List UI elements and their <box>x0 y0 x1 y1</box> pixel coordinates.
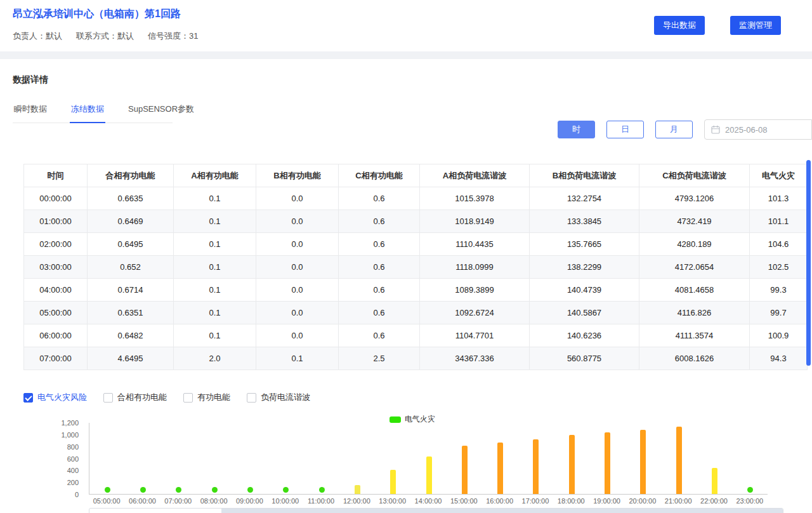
period-button-0[interactable]: 时 <box>558 121 595 138</box>
table-cell: 4280.189 <box>639 233 750 256</box>
data-point <box>212 487 218 493</box>
x-tick-label: 16:00:00 <box>486 497 513 505</box>
table-cell: 0.6 <box>339 324 420 347</box>
table-cell: 0.1 <box>174 256 256 279</box>
x-tick-label: 10:00:00 <box>272 497 299 505</box>
column-header: C相负荷电流谐波 <box>639 164 750 187</box>
table-row: 01:00:000.64690.10.00.61018.9149133.3845… <box>24 210 808 233</box>
table-row: 00:00:000.66350.10.00.61015.3978132.2754… <box>24 187 808 210</box>
data-point <box>105 487 110 493</box>
period-button-1[interactable]: 日 <box>606 121 644 138</box>
data-zoom-window[interactable] <box>221 509 783 513</box>
time-range-controls: 时日月 2025-06-08 <box>558 119 812 140</box>
table-cell: 0.0 <box>256 279 339 302</box>
table-cell: 2.0 <box>174 347 256 370</box>
table-cell: 133.3845 <box>530 210 639 233</box>
table-cell: 0.6351 <box>88 302 174 324</box>
column-header: A相有功电能 <box>174 164 256 187</box>
table-cell: 0.0 <box>256 233 339 256</box>
data-point <box>747 487 753 493</box>
column-header: B相负荷电流谐波 <box>530 164 639 187</box>
table-cell: 1018.9149 <box>420 210 530 233</box>
x-tick-label: 22:00:00 <box>700 497 728 505</box>
table-cell: 0.6 <box>339 279 420 302</box>
signal-value: 31 <box>189 31 198 41</box>
owner-value: 默认 <box>46 31 62 41</box>
table-cell: 04:00:00 <box>24 279 88 302</box>
table-cell: 0.6714 <box>88 279 174 302</box>
monitor-detail-page: 昂立泓承培训中心（电箱南）第1回路 负责人：默认 联系方式：默认 信号强度：31… <box>0 0 812 513</box>
electric-fire-chart: 电气火灾 02004006008001,0001,200 05:00:0006:… <box>13 414 812 513</box>
table-cell: 94.3 <box>750 347 808 370</box>
table-cell: 0.6635 <box>88 187 174 210</box>
table-vertical-scrollbar[interactable] <box>806 160 811 366</box>
data-point <box>319 487 325 493</box>
table-cell: 6008.1626 <box>639 347 750 370</box>
filter-2[interactable]: 有功电能 <box>183 392 230 403</box>
tabs: 瞬时数据冻结数据SupSENSOR参数 <box>13 98 173 123</box>
table-cell: 140.5867 <box>530 302 639 324</box>
table-cell: 0.6469 <box>88 210 174 233</box>
table-cell: 1092.6724 <box>420 302 530 324</box>
data-bar <box>426 456 432 494</box>
table-cell: 34367.336 <box>420 347 530 370</box>
date-picker[interactable]: 2025-06-08 <box>704 119 812 140</box>
contact-info: 联系方式：默认 <box>76 30 134 42</box>
table-cell: 104.6 <box>750 233 808 256</box>
table-cell: 00:00:00 <box>24 187 88 210</box>
table-cell: 0.1 <box>174 233 256 256</box>
table-cell: 0.0 <box>256 324 339 347</box>
header-actions: 导出数据 监测管理 <box>654 16 781 35</box>
x-tick-label: 07:00:00 <box>164 497 192 505</box>
signal-info: 信号强度：31 <box>148 30 198 42</box>
checkbox-icon[interactable] <box>247 393 256 403</box>
table-row: 05:00:000.63510.10.00.61092.6724140.5867… <box>24 302 808 324</box>
table-cell: 100.9 <box>750 324 808 347</box>
data-zoom-slider[interactable] <box>89 508 783 513</box>
checkbox-icon[interactable] <box>23 393 33 403</box>
data-bar <box>569 435 575 494</box>
table-cell: 1089.3899 <box>420 279 530 302</box>
table-cell: 1110.4435 <box>420 233 530 256</box>
table-cell: 06:00:00 <box>24 324 88 347</box>
table-cell: 4111.3574 <box>639 324 750 347</box>
column-header: 合相有功电能 <box>88 164 174 187</box>
filter-3[interactable]: 负荷电流谐波 <box>247 392 310 403</box>
table-cell: 0.1 <box>174 187 256 210</box>
data-bar <box>462 446 468 494</box>
owner-info: 负责人：默认 <box>13 30 62 42</box>
chart-plot <box>89 423 768 495</box>
calendar-icon <box>711 125 720 134</box>
monitor-manage-button[interactable]: 监测管理 <box>730 16 781 35</box>
x-tick-label: 13:00:00 <box>379 497 406 505</box>
table-cell: 560.8775 <box>530 347 639 370</box>
x-tick-label: 21:00:00 <box>665 497 692 505</box>
table-cell: 4116.826 <box>639 302 750 324</box>
table-cell: 0.1 <box>174 324 256 347</box>
checkbox-icon[interactable] <box>103 393 113 403</box>
table-cell: 138.2299 <box>530 256 639 279</box>
table-cell: 99.7 <box>750 302 808 324</box>
period-button-2[interactable]: 月 <box>655 121 693 138</box>
x-tick-label: 18:00:00 <box>558 497 585 505</box>
table-cell: 4793.1206 <box>639 187 750 210</box>
section-divider-band <box>0 51 812 59</box>
checkbox-icon[interactable] <box>183 393 193 403</box>
tab-2[interactable]: SupSENSOR参数 <box>127 98 195 123</box>
filter-1[interactable]: 合相有功电能 <box>103 392 167 403</box>
data-point <box>140 487 146 493</box>
tab-1[interactable]: 冻结数据 <box>70 98 105 123</box>
table-cell: 0.0 <box>256 210 339 233</box>
table-cell: 132.2754 <box>530 187 639 210</box>
y-tick-label: 1,200 <box>13 419 79 427</box>
export-data-button[interactable]: 导出数据 <box>654 16 705 35</box>
section-title: 数据详情 <box>13 59 812 85</box>
filter-0[interactable]: 电气火灾风险 <box>23 392 87 403</box>
period-buttons: 时日月 <box>558 121 693 138</box>
x-tick-label: 15:00:00 <box>450 497 478 505</box>
tab-0[interactable]: 瞬时数据 <box>13 98 48 123</box>
column-header: 时间 <box>24 164 88 187</box>
table-cell: 102.5 <box>750 256 808 279</box>
column-header: C相有功电能 <box>339 164 420 187</box>
y-axis-labels: 02004006008001,0001,200 <box>13 423 84 495</box>
